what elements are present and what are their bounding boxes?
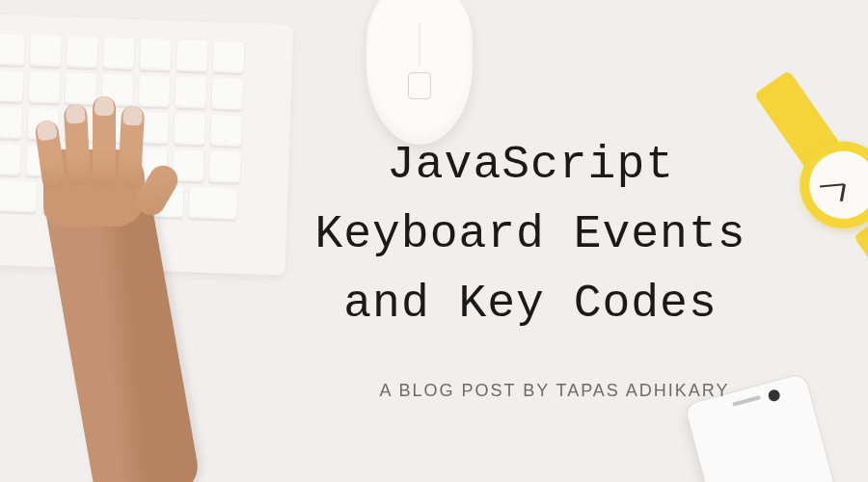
mouse-prop (366, 0, 473, 145)
hand-prop (29, 96, 154, 212)
title-line-3: and Key Codes (343, 278, 717, 330)
title-line-2: Keyboard Events (314, 208, 746, 260)
blog-byline: A BLOG POST BY TAPAS ADHIKARY (338, 381, 772, 401)
title-line-1: JavaScript (387, 139, 674, 191)
blog-hero-image: JavaScript Keyboard Events and Key Codes… (0, 0, 868, 482)
blog-title: JavaScript Keyboard Events and Key Codes (260, 130, 800, 338)
